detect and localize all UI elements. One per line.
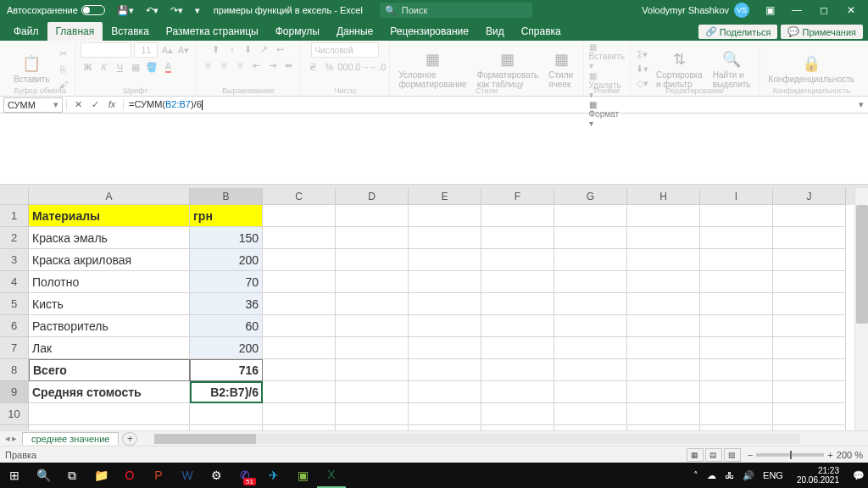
tab-рецензирование[interactable]: Рецензирование [381, 22, 477, 41]
currency-icon[interactable]: ₴ [306, 60, 320, 74]
cell-A3[interactable]: Краска акриловая [29, 249, 190, 271]
sheet-tab[interactable]: среднее значение [22, 432, 119, 445]
viber-icon[interactable]: ✆51 [231, 463, 259, 488]
cell-F1[interactable] [481, 205, 554, 227]
copy-icon[interactable]: ⎘ [56, 63, 70, 76]
cell-B3[interactable]: 200 [190, 249, 263, 271]
search-box[interactable]: 🔍 Поиск [380, 3, 532, 18]
cell-H9[interactable] [627, 381, 700, 403]
minimize-button[interactable]: — [783, 0, 810, 20]
cell-J8[interactable] [773, 359, 846, 381]
cell-C7[interactable] [263, 337, 336, 359]
cell-H3[interactable] [627, 249, 700, 271]
tab-вид[interactable]: Вид [477, 22, 513, 41]
cell-D2[interactable] [336, 227, 409, 249]
align-right-icon[interactable]: ≡ [233, 58, 247, 72]
tab-данные[interactable]: Данные [328, 22, 381, 41]
cell-E9[interactable] [409, 381, 481, 403]
zoom-slider[interactable] [756, 453, 824, 457]
comma-icon[interactable]: 000 [338, 60, 352, 74]
cell-E4[interactable] [409, 271, 481, 293]
cell-B10[interactable] [190, 403, 263, 425]
decrease-font-icon[interactable]: A▾ [176, 43, 190, 57]
row-header-1[interactable]: 1 [0, 205, 29, 227]
cell-F9[interactable] [481, 381, 554, 403]
cell-A2[interactable]: Краска эмаль [29, 227, 190, 249]
enter-formula-icon[interactable]: ✓ [87, 99, 103, 110]
cell-H2[interactable] [627, 227, 700, 249]
cell-J5[interactable] [773, 293, 846, 315]
horizontal-scrollbar[interactable] [154, 434, 800, 444]
cell-J3[interactable] [773, 249, 846, 271]
user-account[interactable]: Volodymyr Shashkov VS [642, 3, 749, 18]
cell-F3[interactable] [481, 249, 554, 271]
cell-A1[interactable]: Материалы [29, 205, 190, 227]
search-taskbar-icon[interactable]: 🔍 [29, 463, 58, 488]
cell-J4[interactable] [773, 271, 846, 293]
app-icon[interactable]: ▣ [288, 463, 317, 488]
col-header-G[interactable]: G [554, 188, 627, 205]
row-header-7[interactable]: 7 [0, 337, 29, 359]
cell-C2[interactable] [263, 227, 336, 249]
cell-G1[interactable] [554, 205, 627, 227]
name-box[interactable]: СУММ▾ [3, 97, 63, 113]
cell-E2[interactable] [409, 227, 481, 249]
task-view-icon[interactable]: ⧉ [58, 463, 86, 488]
tab-формулы[interactable]: Формулы [267, 22, 328, 41]
powerpoint-icon[interactable]: P [144, 463, 173, 488]
col-header-H[interactable]: H [627, 188, 700, 205]
fx-icon[interactable]: fx [104, 99, 120, 110]
row-header-9[interactable]: 9 [0, 381, 29, 403]
col-header-E[interactable]: E [409, 188, 481, 205]
cell-D10[interactable] [336, 403, 409, 425]
increase-decimal-icon[interactable]: .0→ [354, 60, 368, 74]
redo-icon[interactable]: ↷▾ [167, 5, 186, 16]
bold-icon[interactable]: Ж [81, 60, 94, 74]
zoom-out-icon[interactable]: − [748, 450, 753, 460]
ribbon-options-icon[interactable]: ▣ [756, 0, 783, 20]
italic-icon[interactable]: К [97, 60, 110, 74]
cell-C8[interactable] [263, 359, 336, 381]
cell-E5[interactable] [409, 293, 481, 315]
align-middle-icon[interactable]: ↕ [225, 42, 239, 56]
cell-D7[interactable] [336, 337, 409, 359]
cell-F5[interactable] [481, 293, 554, 315]
cell-G10[interactable] [554, 403, 627, 425]
cell-I10[interactable] [700, 403, 773, 425]
col-header-F[interactable]: F [481, 188, 554, 205]
align-left-icon[interactable]: ≡ [201, 58, 214, 72]
increase-indent-icon[interactable]: ⇥ [265, 58, 279, 72]
format-table-button[interactable]: ▦Форматировать как таблицу [474, 48, 542, 91]
orientation-icon[interactable]: ↗ [258, 42, 271, 56]
close-button[interactable]: ✕ [837, 0, 865, 20]
col-header-B[interactable]: B [190, 188, 263, 205]
cell-D3[interactable] [336, 249, 409, 271]
fill-icon[interactable]: ⬇▾ [636, 63, 649, 76]
cell-G2[interactable] [554, 227, 627, 249]
cell-J6[interactable] [773, 315, 846, 337]
file-explorer-icon[interactable]: 📁 [86, 463, 115, 488]
cell-H10[interactable] [627, 403, 700, 425]
zoom-level[interactable]: 200 % [837, 450, 863, 460]
add-sheet-button[interactable]: + [122, 432, 137, 446]
cell-H6[interactable] [627, 315, 700, 337]
col-header-D[interactable]: D [336, 188, 409, 205]
page-break-view-icon[interactable]: ▧ [724, 448, 741, 462]
cell-C9[interactable] [263, 381, 336, 403]
language-indicator[interactable]: ENG [763, 470, 783, 480]
paste-button[interactable]: 📋Вставить [10, 53, 53, 86]
align-center-icon[interactable]: ≡ [217, 58, 231, 72]
maximize-button[interactable]: ◻ [810, 0, 837, 20]
cell-E3[interactable] [409, 249, 481, 271]
cell-C6[interactable] [263, 315, 336, 337]
tray-chevron-icon[interactable]: ˄ [693, 470, 698, 481]
cell-A4[interactable]: Полотно [29, 271, 190, 293]
align-top-icon[interactable]: ⬆ [209, 42, 223, 56]
underline-icon[interactable]: Ч [113, 60, 126, 74]
tab-главная[interactable]: Главная [47, 22, 103, 41]
conditional-format-button[interactable]: ▦Условное форматирование [395, 48, 470, 91]
row-headers[interactable]: 1234567891011 [0, 205, 29, 430]
cell-B7[interactable]: 200 [190, 337, 263, 359]
save-icon[interactable]: 💾▾ [114, 5, 137, 16]
cell-J2[interactable] [773, 227, 846, 249]
